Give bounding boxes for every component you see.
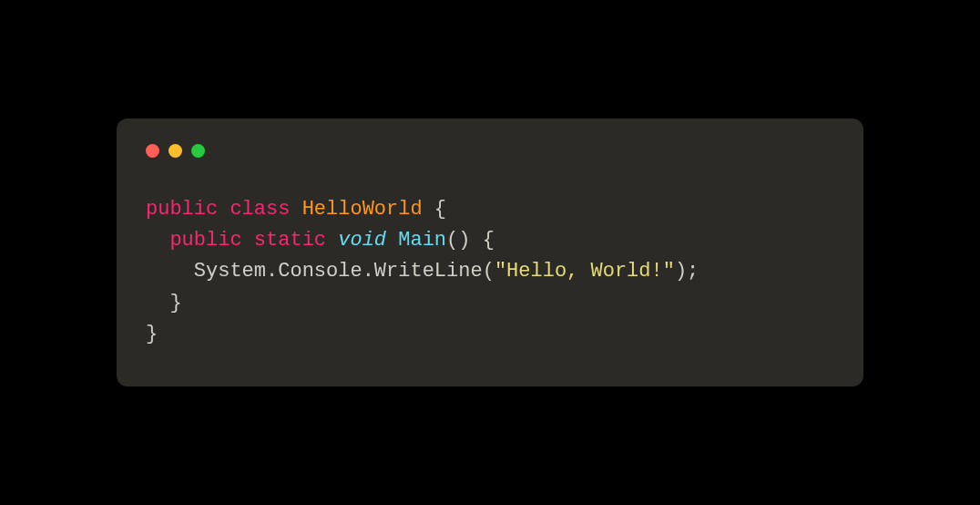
code-line: } — [146, 319, 834, 350]
code-token: static — [254, 229, 326, 252]
code-line: } — [146, 288, 834, 319]
code-token: () { — [446, 229, 495, 252]
code-token: System.Console.WriteLine — [194, 260, 483, 283]
maximize-icon[interactable] — [191, 144, 205, 158]
code-token: { — [423, 198, 446, 221]
code-token: public — [146, 198, 218, 221]
close-icon[interactable] — [146, 144, 159, 158]
window-controls — [146, 144, 834, 158]
code-token: Main — [398, 229, 446, 252]
code-token — [326, 229, 338, 252]
code-token: } — [146, 323, 158, 345]
code-window: public class HelloWorld { public static … — [117, 119, 863, 386]
code-line: System.Console.WriteLine("Hello, World!"… — [146, 256, 834, 287]
code-token: HelloWorld — [302, 198, 423, 221]
code-token — [242, 229, 254, 252]
code-token: ( — [483, 260, 495, 283]
code-token — [146, 229, 169, 252]
code-token — [386, 229, 398, 252]
code-block: public class HelloWorld { public static … — [146, 194, 834, 349]
code-line: public class HelloWorld { — [146, 194, 834, 225]
code-token — [290, 198, 301, 221]
code-token: public — [169, 229, 241, 252]
code-token: ); — [675, 260, 699, 283]
code-token — [146, 260, 194, 283]
code-token: "Hello, World!" — [495, 260, 675, 283]
code-token: class — [230, 198, 290, 221]
code-token — [218, 198, 230, 221]
code-token: } — [146, 292, 182, 314]
minimize-icon[interactable] — [168, 144, 182, 158]
code-line: public static void Main() { — [146, 225, 834, 256]
code-token: void — [338, 229, 386, 252]
